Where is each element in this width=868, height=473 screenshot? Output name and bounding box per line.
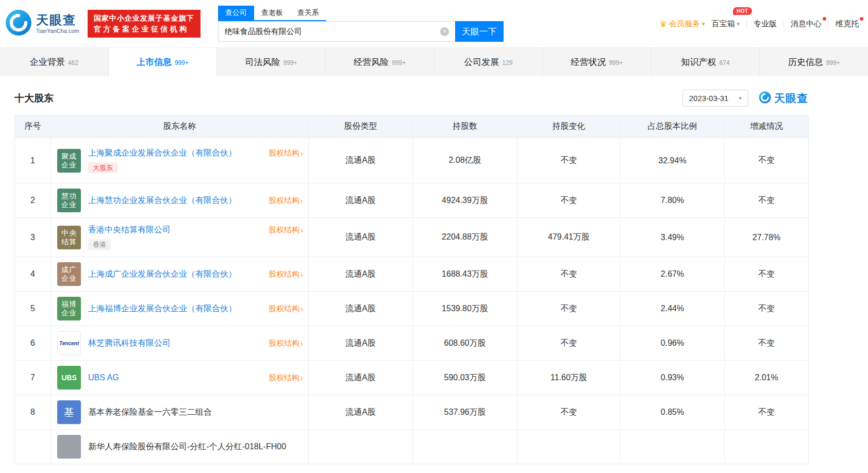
tab-operation-risk[interactable]: 经营风险999+ <box>326 48 435 76</box>
cell-shares-held: 1688.43万股 <box>413 257 518 292</box>
shareholder-logo <box>57 435 81 459</box>
search-area: 查公司 查老板 查关系 × 天眼一下 <box>218 6 504 42</box>
cell-holding-change: 不变 <box>518 138 621 183</box>
message-center-link[interactable]: 消息中心 <box>791 19 822 29</box>
cell-equity-ratio: 3.49% <box>621 218 725 257</box>
cell-share-type: 流通A股 <box>309 292 413 326</box>
cell-index: 3 <box>15 218 51 257</box>
shareholder-logo: 聚成企业 <box>57 149 81 173</box>
major-shareholder-tag: 大股东 <box>88 162 118 174</box>
toolbox-link[interactable]: 百宝箱 ▾ <box>711 19 740 29</box>
cell-shares-held: 2.08亿股 <box>413 138 518 183</box>
equity-structure-link[interactable]: 股权结构› <box>262 373 303 383</box>
member-services-link[interactable]: ♛ 会员服务 ▾ <box>660 19 705 29</box>
cell-trend <box>725 430 809 464</box>
shareholder-name: 基本养老保险基金一六零三二组合 <box>88 407 212 418</box>
gov-badge-line2: 官方备案企业征信机构 <box>94 24 194 35</box>
search-tab-company[interactable]: 查公司 <box>218 6 254 20</box>
notification-dot <box>860 17 863 21</box>
tianyancha-swirl-icon <box>5 9 32 38</box>
cell-shares-held: 608.60万股 <box>413 326 518 361</box>
col-share-type: 股份类型 <box>309 115 413 138</box>
tab-company-background[interactable]: 企业背景462 <box>0 48 109 76</box>
cell-equity-ratio: 2.67% <box>621 257 725 292</box>
shareholder-name: 新华人寿保险股份有限公司-分红-个人分红-018L-FH00 <box>88 442 286 452</box>
cell-share-type: 流通A股 <box>309 138 413 183</box>
tab-judicial-risk[interactable]: 司法风险999+ <box>217 48 326 76</box>
cell-shares-held: 537.96万股 <box>413 395 518 430</box>
cell-share-type: 流通A股 <box>309 257 413 292</box>
tab-intellectual-property[interactable]: 知识产权674 <box>652 48 760 76</box>
table-header-row: 序号 股东名称 股份类型 持股数 持股变化 占总股本比例 增减情况 <box>15 115 809 138</box>
equity-structure-link[interactable]: 股权结构› <box>262 304 303 314</box>
shareholder-name-link[interactable]: 上海成广企业发展合伙企业（有限合伙） <box>88 269 237 280</box>
cell-index: 7 <box>15 361 51 395</box>
tianyancha-logo[interactable]: 天眼查 TianYanCha.com <box>5 9 79 38</box>
tab-company-development[interactable]: 公司发展129 <box>435 48 543 76</box>
cell-holding-change: 11.60万股 <box>518 361 621 395</box>
caret-down-icon: ▾ <box>702 21 705 27</box>
top-nav: ♛ 会员服务 ▾ 百宝箱 ▾ HOT 专业版 消息中心 维克托 <box>660 19 859 29</box>
tab-listing-info[interactable]: 上市信息999+ <box>109 48 218 76</box>
cell-trend: 不变 <box>725 257 809 292</box>
cell-shares-held: 1539.80万股 <box>413 292 518 326</box>
chevron-right-icon: › <box>301 339 303 348</box>
table-row: 5 福博企业 上海福博企业发展合伙企业（有限合伙） 股权结构› <box>15 292 809 326</box>
search-button[interactable]: 天眼一下 <box>455 21 504 42</box>
cell-equity-ratio <box>621 430 725 464</box>
shareholder-name-link[interactable]: 上海福博企业发展合伙企业（有限合伙） <box>88 303 237 314</box>
table-row: 6 Tencent 林芝腾讯科技有限公司 股权结构› <box>15 326 809 361</box>
equity-structure-link[interactable]: 股权结构› <box>262 148 303 158</box>
shareholder-name-link[interactable]: 上海聚成企业发展合伙企业（有限合伙） <box>88 148 237 159</box>
hot-badge: HOT <box>733 7 752 15</box>
cell-trend: 2.01% <box>725 361 809 395</box>
equity-structure-link[interactable]: 股权结构› <box>262 269 303 279</box>
search-tab-boss[interactable]: 查老板 <box>254 6 290 20</box>
cell-index: 5 <box>15 292 51 326</box>
cell-holding-change: 不变 <box>518 183 621 218</box>
cell-share-type: 流通A股 <box>309 218 413 257</box>
table-row: 3 中央结算 香港中央结算有限公司 股权结构› 香港 <box>15 218 809 257</box>
cell-shares-held <box>413 430 518 464</box>
equity-structure-link[interactable]: 股权结构› <box>262 339 303 348</box>
gov-certification-badge: 国家中小企业发展子基金旗下 官方备案企业征信机构 <box>88 10 201 38</box>
tianyancha-swirl-icon <box>759 91 771 106</box>
equity-structure-link[interactable]: 股权结构› <box>262 196 303 206</box>
cell-holding-change: 不变 <box>518 326 621 361</box>
table-row: 1 聚成企业 上海聚成企业发展合伙企业（有限合伙） 股权结构› 大股东 <box>15 138 809 183</box>
cell-index <box>15 430 51 464</box>
cell-share-type: 流通A股 <box>309 326 413 361</box>
cell-share-type: 流通A股 <box>309 183 413 218</box>
search-input[interactable] <box>218 21 455 42</box>
equity-structure-link[interactable]: 股权结构› <box>262 225 303 235</box>
shareholder-name-link[interactable]: 上海慧功企业发展合伙企业（有限合伙） <box>88 195 237 206</box>
section-title: 十大股东 <box>14 92 54 105</box>
table-row: 4 成广企业 上海成广企业发展合伙企业（有限合伙） 股权结构› <box>15 257 809 292</box>
clear-search-icon[interactable]: × <box>440 27 449 36</box>
cell-equity-ratio: 0.93% <box>621 361 725 395</box>
chevron-right-icon: › <box>301 305 303 313</box>
cell-trend: 不变 <box>725 138 809 183</box>
report-date-select[interactable]: 2023-03-31 ▾ <box>682 90 748 107</box>
user-account-link[interactable]: 维克托 <box>836 19 859 29</box>
cell-equity-ratio: 0.85% <box>621 395 725 430</box>
cell-shares-held: 2204.88万股 <box>413 218 518 257</box>
cell-holding-change: 479.41万股 <box>518 218 621 257</box>
search-tab-relation[interactable]: 查关系 <box>290 6 326 20</box>
cell-equity-ratio: 2.44% <box>621 292 725 326</box>
cell-holding-change: 不变 <box>518 292 621 326</box>
tab-history-info[interactable]: 历史信息999+ <box>760 48 868 76</box>
tab-operation-status[interactable]: 经营状况999+ <box>543 48 652 76</box>
pro-version-link[interactable]: HOT 专业版 <box>754 19 777 29</box>
col-equity-ratio: 占总股本比例 <box>621 115 725 138</box>
chevron-right-icon: › <box>301 374 303 382</box>
shareholder-name-link[interactable]: 香港中央结算有限公司 <box>88 225 171 235</box>
main-content: 十大股东 2023-03-31 ▾ <box>0 76 868 464</box>
caret-down-icon: ▾ <box>739 95 742 102</box>
shareholder-name-link[interactable]: 林芝腾讯科技有限公司 <box>88 338 171 349</box>
cell-trend: 不变 <box>725 326 809 361</box>
shareholder-name-link[interactable]: UBS AG <box>88 373 119 382</box>
company-section-tabs: 企业背景462 上市信息999+ 司法风险999+ 经营风险999+ 公司发展1… <box>0 47 868 76</box>
cell-equity-ratio: 7.80% <box>621 183 725 218</box>
brand-name: 天眼查 <box>36 13 79 27</box>
